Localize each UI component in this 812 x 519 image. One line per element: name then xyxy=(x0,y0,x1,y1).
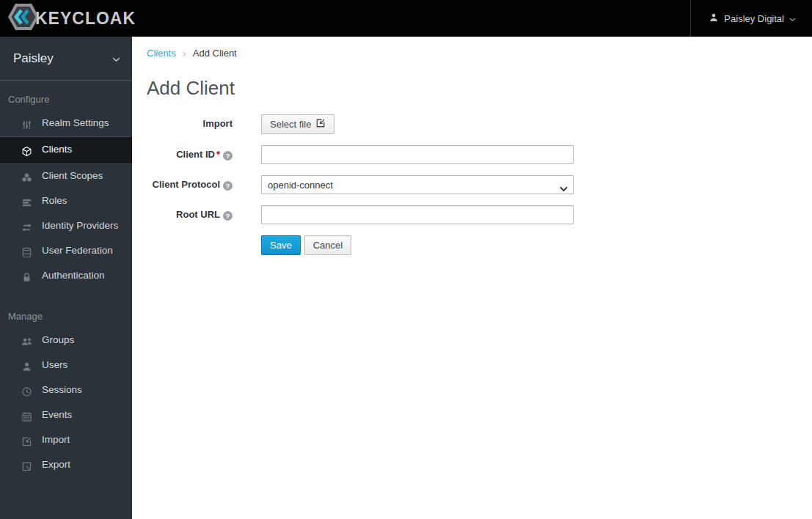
sidebar-item-user-federation[interactable]: User Federation xyxy=(0,239,132,264)
sidebar-item-label: User Federation xyxy=(42,245,113,256)
realm-name: Paisley xyxy=(13,51,112,66)
realm-selector[interactable]: Paisley xyxy=(0,37,132,81)
sidebar-item-events[interactable]: Events xyxy=(0,403,132,428)
export-icon xyxy=(21,455,33,477)
sidebar-item-label: Authentication xyxy=(42,270,105,281)
breadcrumb-separator: › xyxy=(183,48,186,59)
form-row-import: Import Select file xyxy=(147,114,812,134)
sidebar-item-label: Export xyxy=(42,459,70,470)
chevron-down-icon xyxy=(112,52,120,65)
user-icon xyxy=(709,12,719,25)
sidebar-item-label: Client Scopes xyxy=(42,170,103,181)
keycloak-logo: KEYCLOAK xyxy=(0,2,136,34)
exchange-arrows-icon xyxy=(21,216,33,238)
cancel-button[interactable]: Cancel xyxy=(304,235,351,255)
chevron-down-icon xyxy=(789,13,796,24)
brand-text: KEYCLOAK xyxy=(35,9,136,29)
field-label-client-id: Client ID* xyxy=(147,145,261,164)
sliders-icon xyxy=(21,114,33,136)
sidebar-item-label: Identity Providers xyxy=(42,220,118,231)
sidebar-item-sessions[interactable]: Sessions xyxy=(0,378,132,403)
page-title: Add Client xyxy=(147,77,812,100)
clock-icon xyxy=(21,380,33,402)
user-menu[interactable]: Paisley Digital xyxy=(690,0,812,37)
import-icon xyxy=(21,430,33,452)
field-label-root-url: Root URL xyxy=(147,205,261,224)
nav-section-label-manage: Manage xyxy=(0,311,132,328)
field-label-client-protocol: Client Protocol xyxy=(147,175,261,194)
sidebar-item-label: Sessions xyxy=(42,384,82,395)
save-button[interactable]: Save xyxy=(261,235,301,255)
sidebar-item-groups[interactable]: Groups xyxy=(0,328,132,353)
root-url-input[interactable] xyxy=(261,205,574,224)
client-id-input[interactable] xyxy=(261,145,574,164)
field-label-import: Import xyxy=(147,114,261,134)
form-row-root-url: Root URL xyxy=(147,205,812,224)
breadcrumb-link-clients[interactable]: Clients xyxy=(147,48,176,59)
help-icon[interactable] xyxy=(223,181,233,191)
database-icon xyxy=(21,241,33,263)
sidebar-item-label: Import xyxy=(42,434,70,445)
sidebar-item-export[interactable]: Export xyxy=(0,453,132,478)
sidebar-item-import[interactable]: Import xyxy=(0,428,132,453)
help-icon[interactable] xyxy=(223,211,233,221)
client-protocol-select[interactable]: openid-connect xyxy=(261,175,574,194)
form-row-client-id: Client ID* xyxy=(147,145,812,164)
calendar-icon xyxy=(21,405,33,427)
breadcrumb-current: Add Client xyxy=(193,48,237,59)
list-icon xyxy=(21,191,33,213)
import-icon xyxy=(315,118,326,130)
help-icon[interactable] xyxy=(223,151,233,161)
cube-icon xyxy=(21,140,33,162)
required-marker: * xyxy=(216,149,220,160)
sidebar-item-client-scopes[interactable]: Client Scopes xyxy=(0,164,132,189)
sidebar-item-label: Roles xyxy=(42,195,67,206)
select-file-button[interactable]: Select file xyxy=(261,114,334,134)
nav-section-label-configure: Configure xyxy=(0,94,132,111)
sidebar-item-identity-providers[interactable]: Identity Providers xyxy=(0,214,132,239)
add-client-form: Import Select file Client ID* xyxy=(147,114,812,255)
sidebar-item-label: Clients xyxy=(42,144,72,155)
sidebar-item-clients[interactable]: Clients xyxy=(0,136,132,164)
form-actions: Save Cancel xyxy=(261,235,812,255)
sidebar-item-roles[interactable]: Roles xyxy=(0,189,132,214)
breadcrumb: Clients › Add Client xyxy=(147,48,812,59)
sidebar-item-realm-settings[interactable]: Realm Settings xyxy=(0,111,132,136)
user-icon xyxy=(21,356,33,378)
user-name: Paisley Digital xyxy=(724,13,784,24)
lock-icon xyxy=(21,266,33,288)
sidebar-item-label: Events xyxy=(42,409,72,420)
sidebar-item-label: Groups xyxy=(42,334,74,345)
main-content: Clients › Add Client Add Client Import S… xyxy=(132,37,812,519)
form-row-client-protocol: Client Protocol openid-connect xyxy=(147,175,812,194)
sidebar-item-label: Users xyxy=(42,359,67,370)
sidebar-item-label: Realm Settings xyxy=(42,117,109,128)
sidebar-item-users[interactable]: Users xyxy=(0,353,132,378)
topbar: KEYCLOAK Paisley Digital xyxy=(0,0,812,37)
sidebar: Paisley Configure Realm Settings Clients xyxy=(0,37,132,519)
group-icon xyxy=(21,331,33,353)
sidebar-nav: Configure Realm Settings Clients Client … xyxy=(0,81,132,478)
cubes-icon xyxy=(21,166,33,188)
sidebar-item-authentication[interactable]: Authentication xyxy=(0,264,132,289)
